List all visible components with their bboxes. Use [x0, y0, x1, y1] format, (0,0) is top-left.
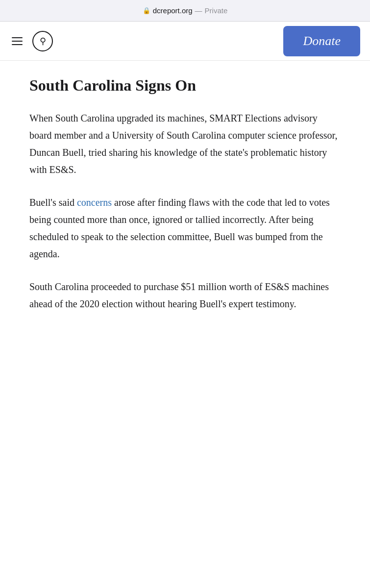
- domain-text: dcreport.org: [153, 6, 193, 15]
- separator-text: —: [195, 6, 202, 15]
- paragraph2-before-link: Buell's said: [29, 197, 77, 208]
- private-label: Private: [205, 6, 228, 15]
- hamburger-button[interactable]: [10, 35, 25, 47]
- nav-left: ⚲: [10, 31, 53, 51]
- hamburger-line-1: [12, 37, 23, 38]
- address-bar-content: 🔒 dcreport.org — Private: [143, 6, 228, 15]
- article-content: South Carolina Signs On When South Carol…: [0, 61, 370, 358]
- hamburger-line-2: [12, 41, 23, 42]
- article-paragraph-2: Buell's said concerns arose after findin…: [29, 194, 341, 263]
- address-bar: 🔒 dcreport.org — Private: [0, 0, 370, 22]
- article-title: South Carolina Signs On: [29, 75, 341, 96]
- search-button[interactable]: ⚲: [32, 31, 53, 51]
- concerns-link[interactable]: concerns: [77, 197, 112, 208]
- nav-bar: ⚲ Donate: [0, 22, 370, 61]
- article-paragraph-1: When South Carolina upgraded its machine…: [29, 110, 341, 178]
- lock-icon: 🔒: [143, 7, 150, 14]
- hamburger-line-3: [12, 44, 23, 45]
- article-paragraph-3: South Carolina proceeded to purchase $51…: [29, 278, 341, 313]
- donate-button[interactable]: Donate: [283, 26, 360, 56]
- search-icon: ⚲: [40, 37, 46, 46]
